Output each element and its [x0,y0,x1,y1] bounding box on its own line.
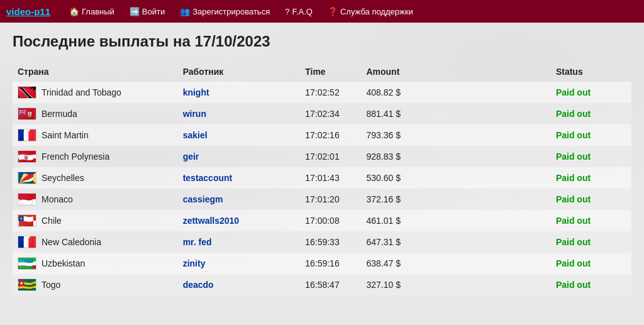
amount-cell: 461.01 $ [361,210,430,231]
country-name: New Caledonia [42,237,101,247]
country-cell: 🇺🇿 Uzbekistan [13,253,178,274]
col-header-status: Status [430,63,631,82]
status-cell: Paid out [430,231,631,253]
flag-icon: 🇺🇿 [18,257,36,270]
time-cell: 17:00:08 [300,210,361,231]
country-cell: 🇫🇷 New Caledonia [13,231,178,253]
country-cell: 🇲🇨 Monaco [13,189,178,210]
worker-link[interactable]: cassiegm [183,194,223,204]
status-cell: Paid out [430,82,631,103]
worker-link[interactable]: deacdo [183,280,214,290]
col-header-worker: Работник [178,63,301,82]
worker-link[interactable]: testaccount [183,173,233,183]
worker-cell: knight [178,82,301,103]
country-name: Uzbekistan [42,258,85,268]
time-cell: 17:01:43 [300,167,361,189]
amount-cell: 647.31 $ [361,231,430,253]
country-cell: 🇫🇷 Saint Martin [13,124,178,146]
worker-cell: testaccount [178,167,301,189]
nav-support-label: Служба поддержки [340,7,413,16]
flag-icon: 🇹🇬 [18,278,36,291]
amount-cell: 638.47 $ [361,253,430,274]
status-badge: Paid out [556,173,591,183]
worker-cell: deacdo [178,274,301,295]
flag-icon: 🇵🇫 [18,150,36,163]
status-badge: Paid out [556,130,591,140]
country-cell: 🇹🇹 Trinidad and Tobago [13,82,178,103]
country-cell: 🇸🇨 Seychelles [13,167,178,189]
worker-cell: mr. fed [178,231,301,253]
page-title: Последние выплаты на 17/10/2023 [13,33,631,50]
worker-cell: geir [178,146,301,167]
status-badge: Paid out [556,151,591,162]
status-cell: Paid out [430,146,631,167]
status-cell: Paid out [430,210,631,231]
col-header-time: Time [300,63,361,82]
amount-cell: 327.10 $ [361,274,430,295]
country-name: Togo [42,280,60,290]
country-name: Bermuda [42,109,77,119]
table-row: 🇵🇫 French Polynesia geir 17:02:01 928.83… [13,146,631,167]
worker-cell: sakiel [178,124,301,146]
country-name: Saint Martin [42,130,89,140]
table-row: 🇧🇲 Bermuda wirun 17:02:34 881.41 $ Paid … [13,103,631,124]
status-badge: Paid out [556,237,591,247]
country-name: French Polynesia [42,151,109,162]
country-cell: 🇧🇲 Bermuda [13,103,178,124]
worker-link[interactable]: knight [183,87,209,97]
country-name: Trinidad and Tobago [42,87,121,97]
worker-link[interactable]: zinity [183,258,206,268]
time-cell: 17:02:52 [300,82,361,103]
nav-register-label: Зарегистрироваться [192,7,270,16]
status-cell: Paid out [430,103,631,124]
nav-register[interactable]: 👥 Зарегистрироваться [174,4,276,19]
status-badge: Paid out [556,109,591,119]
support-icon: ❓ [328,7,338,16]
worker-cell: zettwalls2010 [178,210,301,231]
nav-home[interactable]: 🏠 Главный [63,4,121,19]
status-cell: Paid out [430,124,631,146]
nav-support[interactable]: ❓ Служба поддержки [321,4,419,19]
amount-cell: 881.41 $ [361,103,430,124]
worker-cell: cassiegm [178,189,301,210]
worker-link[interactable]: mr. fed [183,237,212,247]
time-cell: 16:59:33 [300,231,361,253]
brand-logo[interactable]: video-p11 [6,6,50,17]
country-cell: 🇹🇬 Togo [13,274,178,295]
country-name: Seychelles [42,173,84,183]
country-cell: 🇵🇫 French Polynesia [13,146,178,167]
register-icon: 👥 [180,7,190,16]
country-name: Chile [42,216,62,226]
home-icon: 🏠 [69,7,79,16]
amount-cell: 408.82 $ [361,82,430,103]
worker-cell: zinity [178,253,301,274]
time-cell: 16:59:16 [300,253,361,274]
worker-link[interactable]: sakiel [183,130,208,140]
status-badge: Paid out [556,194,591,204]
col-header-amount: Amount [361,63,430,82]
table-row: 🇲🇨 Monaco cassiegm 17:01:20 372.16 $ Pai… [13,189,631,210]
flag-icon: 🇸🇨 [18,172,36,184]
status-cell: Paid out [430,274,631,295]
table-row: 🇺🇿 Uzbekistan zinity 16:59:16 638.47 $ P… [13,253,631,274]
time-cell: 17:02:34 [300,103,361,124]
table-row: 🇸🇨 Seychelles testaccount 17:01:43 530.6… [13,167,631,189]
flag-icon: 🇹🇹 [18,86,36,99]
faq-icon: ? [285,7,289,16]
worker-link[interactable]: wirun [183,109,206,119]
nav-faq[interactable]: ? F.A.Q [279,4,319,19]
country-name: Monaco [42,194,73,204]
time-cell: 17:02:01 [300,146,361,167]
worker-link[interactable]: zettwalls2010 [183,216,240,226]
amount-cell: 372.16 $ [361,189,430,210]
payments-table: Страна Работник Time Amount Status 🇹🇹 Tr… [13,63,631,295]
status-badge: Paid out [556,258,591,268]
table-row: 🇹🇹 Trinidad and Tobago knight 17:02:52 4… [13,82,631,103]
worker-cell: wirun [178,103,301,124]
flag-icon: 🇨🇱 [18,214,36,227]
nav-login[interactable]: ➡️ Войти [123,4,171,19]
table-row: 🇹🇬 Togo deacdo 16:58:47 327.10 $ Paid ou… [13,274,631,295]
amount-cell: 530.60 $ [361,167,430,189]
worker-link[interactable]: geir [183,151,199,162]
table-row: 🇨🇱 Chile zettwalls2010 17:00:08 461.01 $… [13,210,631,231]
